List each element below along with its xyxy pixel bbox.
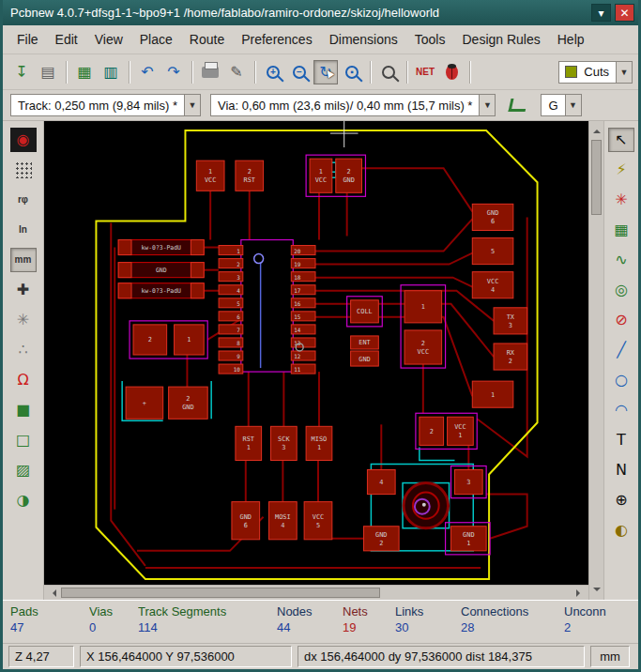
pcb-pad[interactable]: 2RST <box>236 160 264 191</box>
plot-icon[interactable]: ✎ <box>224 60 249 84</box>
tracks-display-icon[interactable] <box>506 93 530 117</box>
horizontal-scroll-thumb[interactable] <box>61 588 380 598</box>
ratsnest-icon[interactable]: ✳ <box>10 308 37 332</box>
menu-route[interactable]: Route <box>181 28 233 51</box>
chevron-down-icon[interactable]: ▼ <box>565 95 581 115</box>
graphic-arc-icon[interactable]: ◠ <box>608 398 634 422</box>
module-ratsnest-icon[interactable]: ∴ <box>10 338 37 362</box>
add-footprint-icon[interactable]: ▦ <box>608 218 634 242</box>
graphic-circle-icon[interactable]: ○ <box>608 368 634 392</box>
vertical-scrollbar[interactable] <box>588 121 603 600</box>
pcb-pad[interactable]: GND6 <box>232 502 260 540</box>
polar-coords-icon[interactable]: rφ <box>10 188 37 212</box>
add-keepout-icon[interactable]: ⊘ <box>608 308 634 332</box>
footprint-editor-icon[interactable]: ▦ <box>72 60 97 84</box>
target-icon[interactable]: ⊕ <box>608 488 634 512</box>
dimension-icon[interactable]: N <box>608 458 634 482</box>
pcb-pad[interactable]: VCC5 <box>304 502 332 540</box>
chevron-down-icon[interactable]: ▼ <box>184 95 200 115</box>
resistor-footprint[interactable]: kw-0?3-PadU <box>118 240 204 255</box>
zone-outline-icon[interactable]: ▨ <box>10 458 37 482</box>
graphic-line-icon[interactable]: ╱ <box>608 338 634 362</box>
add-via-icon[interactable]: ◎ <box>608 278 634 302</box>
pcb-canvas[interactable]: kw-0?3-PadUGNDkw-0?3-PadU1VCC2RST1VCC2GN… <box>44 121 588 585</box>
scroll-up-icon[interactable] <box>593 126 601 133</box>
zoom-redraw-icon[interactable]: ↻ <box>313 60 338 84</box>
drc-icon[interactable] <box>439 60 464 84</box>
route-track-icon[interactable]: ∿ <box>608 248 634 272</box>
pcb-pad[interactable]: 1 <box>404 291 442 323</box>
pcb-pad[interactable]: GND2 <box>363 527 399 551</box>
chevron-down-icon[interactable]: ▼ <box>479 95 495 115</box>
track-width-selector[interactable]: Track: 0,250 mm (9,84 mils) * ▼ <box>10 94 201 116</box>
scroll-right-icon[interactable] <box>576 589 584 597</box>
horizontal-scrollbar[interactable] <box>44 585 588 600</box>
zone-nofill-icon[interactable]: □ <box>10 428 37 452</box>
pcb-pad[interactable]: TX3 <box>494 308 527 334</box>
pcb-pad[interactable]: MOSI4 <box>269 502 298 540</box>
grid-origin-icon[interactable]: ◐ <box>608 518 634 542</box>
page-settings-icon[interactable]: ▤ <box>36 60 60 84</box>
footprint-browser-icon[interactable]: ▥ <box>99 60 123 84</box>
pcb-pad[interactable]: MISO1 <box>306 426 332 460</box>
open-board-icon[interactable]: ↧ <box>9 60 34 84</box>
menu-tools[interactable]: Tools <box>406 28 454 51</box>
menu-help[interactable]: Help <box>549 28 593 51</box>
pcb-pad[interactable]: 1VCC <box>310 159 332 192</box>
menu-view[interactable]: View <box>86 28 131 51</box>
close-button[interactable]: ✕ <box>615 4 634 22</box>
auto-delete-icon[interactable]: Ω <box>10 368 37 392</box>
menu-design-rules[interactable]: Design Rules <box>453 28 548 51</box>
resistor-footprint[interactable]: kw-0?3-PadU <box>118 283 204 298</box>
pcb-pad[interactable]: ENT <box>351 336 379 349</box>
pcb-pad[interactable]: GND6 <box>472 204 513 230</box>
pcb-pad[interactable]: GND1 <box>451 527 487 551</box>
zoom-fit-icon[interactable]: ▪ <box>340 60 364 84</box>
pcb-pad[interactable]: + <box>126 387 163 419</box>
layer-selector[interactable]: Cuts ▼ <box>558 61 633 84</box>
pcb-pad[interactable]: GND <box>351 351 379 366</box>
pcb-pad[interactable]: 2GND <box>336 159 362 192</box>
menu-preferences[interactable]: Preferences <box>233 28 320 51</box>
pcb-pad[interactable]: VCC4 <box>472 272 513 298</box>
redo-icon[interactable]: ↷ <box>161 60 186 84</box>
pcb-pad[interactable]: SCK3 <box>271 426 298 460</box>
menu-dimensions[interactable]: Dimensions <box>321 28 406 51</box>
zoom-out-icon[interactable]: − <box>287 60 312 84</box>
pcb-pad[interactable]: 1 <box>175 325 205 355</box>
chevron-down-icon[interactable]: ▼ <box>616 62 632 83</box>
units-mm-icon[interactable]: mm <box>10 248 37 272</box>
pcb-pad[interactable]: 3 <box>454 470 482 495</box>
cursor-shape-icon[interactable]: ✚ <box>10 278 37 302</box>
vertical-scroll-thumb[interactable] <box>591 140 602 215</box>
pcb-pad[interactable]: 2VCC <box>404 330 442 364</box>
grid-selector[interactable]: G ▼ <box>541 94 581 116</box>
pcb-pad[interactable]: 1 <box>472 381 513 407</box>
minimize-button[interactable]: ▾ <box>591 4 611 22</box>
resistor-footprint[interactable]: GND <box>118 263 204 278</box>
pcb-pad[interactable]: COLL <box>351 300 379 323</box>
select-tool-icon[interactable]: ↖ <box>608 128 634 152</box>
netlist-icon[interactable]: NET <box>413 60 437 84</box>
zone-fill-icon[interactable]: ■ <box>10 398 37 422</box>
pcb-pad[interactable]: 5 <box>472 238 513 265</box>
pcb-drawing[interactable]: kw-0?3-PadUGNDkw-0?3-PadU1VCC2RST1VCC2GN… <box>44 121 588 585</box>
menu-file[interactable]: File <box>8 28 47 51</box>
pcb-pad[interactable]: 2GND <box>169 387 208 419</box>
pcb-pad[interactable]: VCC1 <box>448 417 474 445</box>
pcb-pad[interactable]: 1VCC <box>196 160 224 191</box>
high-contrast-icon[interactable]: ◑ <box>10 488 37 512</box>
highlight-net-icon[interactable]: ⚡ <box>608 158 634 182</box>
pcb-pad[interactable]: 2 <box>133 325 167 355</box>
undo-icon[interactable]: ↶ <box>135 60 160 84</box>
pcb-pad[interactable]: RX2 <box>494 344 527 370</box>
grid-icon[interactable] <box>10 158 37 182</box>
drc-off-icon[interactable]: ◉ <box>10 128 37 152</box>
print-icon[interactable] <box>198 60 222 84</box>
pcb-pad[interactable]: 2 <box>420 417 444 445</box>
zoom-in-icon[interactable]: + <box>261 60 285 84</box>
scroll-down-icon[interactable] <box>593 588 601 595</box>
units-inch-icon[interactable]: In <box>10 218 37 242</box>
menu-edit[interactable]: Edit <box>47 28 86 51</box>
pcb-pad[interactable]: 4 <box>367 470 395 495</box>
